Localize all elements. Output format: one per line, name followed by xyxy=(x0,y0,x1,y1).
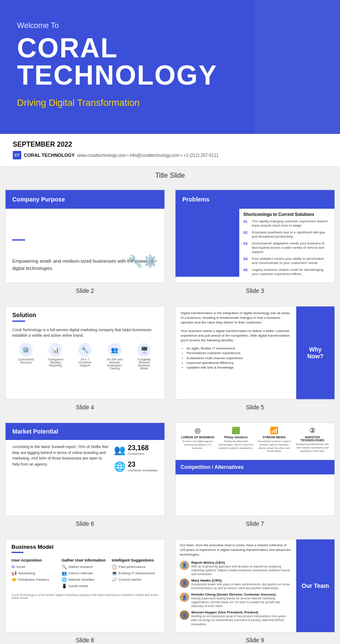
s6-header: Market Potential xyxy=(6,423,164,440)
list-item: ②BARSTON TECHNOLOGIESEmploying professio… xyxy=(295,426,330,453)
slide-6-label: Slide 6 xyxy=(5,519,165,529)
list-item: Improved operational efficiency xyxy=(187,360,291,365)
s3-items: 01The rapidly-changing customer experien… xyxy=(244,219,330,276)
slide-6-cell: Market Potential According to the latest… xyxy=(0,417,170,534)
s7-top: ◎LORENS OF BUSINESSAn all-in-one digital… xyxy=(176,423,334,460)
s2-body: Empowering small- and medium-sized busin… xyxy=(6,209,164,277)
list-item: 📶STREAM MEDIAUnmatched customer support … xyxy=(256,426,292,453)
list-item: 📈Current market xyxy=(112,577,159,582)
list-item: 🟩PhDay SolutionsEmbraced advanced techno… xyxy=(218,426,254,453)
list-item: Personalized customer experiences xyxy=(187,351,291,355)
slide-3-frame: Problems Shortcomings to Current Solutio… xyxy=(175,190,335,283)
s8-cols: User Acquisition ✉Email📢Advertising🤝Dist… xyxy=(6,558,164,593)
list-item: Updated skill sets & knowledge xyxy=(187,365,291,370)
list-item: 📱Social media xyxy=(62,584,108,588)
s2-icon: 🔧⚙️ xyxy=(128,254,158,268)
s6-stat1-info: 23,168 Customers xyxy=(128,444,149,456)
s8-col3: Intelligent Suggestions 📋Past performanc… xyxy=(112,558,159,590)
slide-6-frame: Market Potential According to the latest… xyxy=(5,423,165,516)
s3-content: Shortcomings to Current Solutions 01The … xyxy=(176,209,334,277)
s8-line xyxy=(11,552,23,553)
list-item: 05Legacy business models could be hamstr… xyxy=(244,268,330,277)
s8-col1: User Acquisition ✉Email📢Advertising🤝Dist… xyxy=(11,558,58,590)
s4-title: Solution xyxy=(12,312,158,318)
s4-desc: Coral Technology is a full-service digit… xyxy=(12,327,158,338)
list-item: 👤 Rajesh Mishra (CEO) With an engineerin… xyxy=(180,561,292,576)
list-item: 🤝Distribution Partners xyxy=(11,577,58,582)
slide-5-frame: Digital transformation is the integratio… xyxy=(175,306,335,400)
s5-text1: Digital transformation is the integratio… xyxy=(181,311,291,325)
s6-stat2-icon: 🌐 xyxy=(114,461,125,472)
title-slide-label: Title Slide xyxy=(0,167,340,184)
s5-bullets: An agile, flexible IT environmentPersona… xyxy=(181,346,291,370)
s4-line xyxy=(12,321,25,322)
s4-icons-row: ⚙️Customized Services📊Transparent Monthl… xyxy=(12,343,158,370)
avatar: 👤 xyxy=(180,579,189,588)
s6-stat1-num: 23,168 xyxy=(128,444,149,452)
slide-2-label: Slide 2 xyxy=(5,286,165,296)
s8-col2-title: Gather User Information xyxy=(62,558,108,562)
slides-grid: Company Purpose Empowering small- and me… xyxy=(0,184,340,644)
slide-4-cell: Solution Coral Technology is a full-serv… xyxy=(0,301,170,417)
list-item: 👤 Khristin Cheng (Senior Director, Custo… xyxy=(180,593,292,608)
s5-content: Digital transformation is the integratio… xyxy=(176,306,334,399)
s5-left: Digital transformation is the integratio… xyxy=(176,306,296,399)
s8-footer: Coral Technology is a full-service digit… xyxy=(6,593,164,603)
slide-2-frame: Company Purpose Empowering small- and me… xyxy=(5,190,165,283)
s3-left xyxy=(176,209,239,277)
list-item: 🌐Website activities xyxy=(62,577,108,582)
slide-9-frame: Our team, from the executive level to ju… xyxy=(175,539,335,633)
list-item: ✉Email xyxy=(11,565,58,569)
list-item: 👤 Mary Hawks (CRO) A seasoned leader wit… xyxy=(180,579,292,590)
slide-7-cell: ◎LORENS OF BUSINESSAn all-in-one digital… xyxy=(170,417,340,534)
avatar: 👤 xyxy=(180,610,189,620)
s3-header: Problems xyxy=(176,190,334,209)
slide-3-label: Slide 3 xyxy=(175,286,335,296)
s6-body: According to the latest Sunwell report, … xyxy=(6,440,164,477)
list-item: 🔧24 X 7 Customer Support xyxy=(75,343,94,370)
slide-5-label: Slide 5 xyxy=(175,402,335,412)
avatar: 👤 xyxy=(180,561,189,570)
slide-9-label: Slide 9 xyxy=(175,635,335,644)
s4-header: Solution xyxy=(6,306,164,326)
s4-body: Coral Technology is a full-service digit… xyxy=(6,326,164,374)
list-item: 03Omnichannel adaptation needs your busi… xyxy=(244,241,330,255)
s6-stat2-num: 23 xyxy=(128,461,158,468)
s8-col3-title: Intelligent Suggestions xyxy=(112,558,159,562)
s3-right-title: Shortcomings to Current Solutions xyxy=(244,212,330,217)
s9-people: 👤 Rajesh Mishra (CEO) With an engineerin… xyxy=(180,561,292,626)
slide-3-cell: Problems Shortcomings to Current Solutio… xyxy=(170,184,340,301)
list-item: 04Poor analytics means poor ability to p… xyxy=(244,257,330,266)
hero-decoration xyxy=(255,0,340,134)
s5-right-text: Why Now? xyxy=(300,346,330,360)
info-logo-icon: CT xyxy=(13,151,21,159)
list-item: 👥On-Site and Remote Employees Training xyxy=(105,343,124,370)
s9-intro: Our team, from the executive level to ju… xyxy=(180,543,292,557)
list-item: 🔍Market research xyxy=(62,565,108,569)
slide-5-cell: Digital transformation is the integratio… xyxy=(170,301,340,417)
avatar: 👤 xyxy=(180,593,189,602)
list-item: ◎LORENS OF BUSINESSAn all-in-one digital… xyxy=(180,426,215,453)
list-item: 🖥️A Digitally Revived Business Model xyxy=(135,343,154,370)
slide-7-frame: ◎LORENS OF BUSINESSAn all-in-one digital… xyxy=(175,423,335,516)
list-item: 📢Advertising xyxy=(11,571,58,576)
s8-col2-items: 🔍Market research👥Client's referrals🌐Webs… xyxy=(62,565,108,588)
slide-7-label: Slide 7 xyxy=(175,519,335,529)
s6-stat2: 🌐 23 countries worldwide xyxy=(114,461,158,472)
list-item: 👤 Wessen Hopper (Vice President, Product… xyxy=(180,610,292,626)
list-item: An agile, flexible IT environment xyxy=(187,346,291,351)
slide-4-label: Slide 4 xyxy=(5,402,165,412)
slide-2-cell: Company Purpose Empowering small- and me… xyxy=(0,184,170,301)
info-contact: www.coraltechnology.com • info@coraltech… xyxy=(77,153,219,158)
info-date: SEPTEMBER 2022 xyxy=(13,141,327,148)
s6-text: According to the latest Sunwell report, … xyxy=(12,444,110,467)
list-item: A seamless multi-channel experience xyxy=(187,356,291,360)
slide-9-cell: Our team, from the executive level to ju… xyxy=(170,534,340,644)
s2-header: Company Purpose xyxy=(6,190,164,209)
s7-logos-row: ◎LORENS OF BUSINESSAn all-in-one digital… xyxy=(180,426,330,453)
list-item: ⚙️Customized Services xyxy=(16,343,35,370)
slide-4-frame: Solution Coral Technology is a full-serv… xyxy=(5,306,165,400)
s9-content: Our team, from the executive level to ju… xyxy=(176,539,334,632)
s6-stat1-icon: 👥 xyxy=(114,445,125,456)
s5-text2: Your business needs a digital transforma… xyxy=(181,329,291,343)
